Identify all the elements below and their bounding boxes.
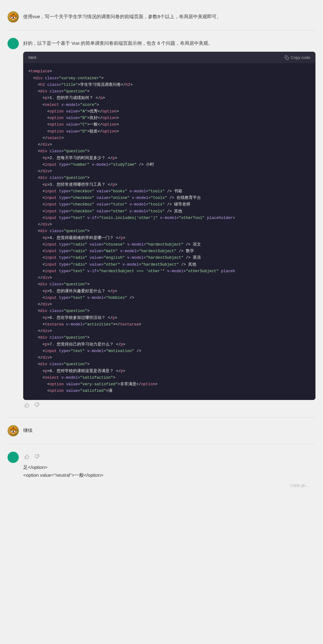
- assistant-actions-1: [23, 401, 315, 410]
- thumbs-down-button-1[interactable]: [33, 401, 41, 410]
- thumbs-down-icon: [34, 402, 39, 408]
- copy-icon: [285, 55, 289, 60]
- openai-logo-icon-2: [9, 454, 17, 461]
- assistant-message-2: 足</option> <option value="neutral">一般</o…: [0, 447, 323, 496]
- thumbs-up-icon: [24, 402, 29, 408]
- thumbs-up-button-2[interactable]: [23, 453, 31, 461]
- thumbs-down-icon-2: [34, 454, 39, 459]
- user-message-content-1: 使用vue，写一个关于学生学习情况的调查问卷的前端页面，参数8个以上，布局居中美…: [23, 11, 315, 21]
- chat-container: 🐯 使用vue，写一个关于学生学习情况的调查问卷的前端页面，参数8个以上，布局居…: [0, 0, 323, 644]
- assistant-message-1: 好的，以下是一个基于 Vue 的简单调查问卷前端页面示例，包含 8 个问题，布局…: [0, 33, 323, 415]
- svg-rect-0: [286, 57, 289, 60]
- assistant-continuation-text: 足</option> <option value="neutral">一般</o…: [23, 463, 315, 479]
- thumbs-up-icon-2: [24, 454, 29, 459]
- watermark: CSDN @L...: [17, 483, 309, 489]
- user-message-content-2: 继续: [23, 425, 315, 434]
- thumbs-down-button-2[interactable]: [33, 453, 41, 461]
- tiger-icon-2: 🐯: [8, 425, 19, 436]
- openai-logo-icon: [9, 40, 17, 47]
- assistant-message-content-1: 好的，以下是一个基于 Vue 的简单调查问卷前端页面示例，包含 8 个问题，布局…: [23, 38, 315, 410]
- code-block-1: html Copy code <template> <div class="su…: [23, 52, 315, 400]
- gpt-avatar-2: [8, 452, 19, 463]
- user-message-text-2: 继续: [23, 426, 315, 434]
- user-message-1: 🐯 使用vue，写一个关于学生学习情况的调查问卷的前端页面，参数8个以上，布局居…: [0, 6, 323, 28]
- separator-1: [8, 30, 315, 30]
- tiger-icon: 🐯: [8, 11, 19, 23]
- separator-2: [8, 417, 315, 418]
- code-lang-label: html: [28, 55, 36, 61]
- assistant-actions-2-top: [23, 453, 315, 461]
- assistant-message-content-2: 足</option> <option value="neutral">一般</o…: [23, 452, 315, 491]
- code-block-header-1: html Copy code: [23, 52, 315, 64]
- code-block-body-1: <template> <div class="survey-container"…: [23, 63, 315, 399]
- assistant-message-text-1: 好的，以下是一个基于 Vue 的简单调查问卷前端页面示例，包含 8 个问题，布局…: [23, 39, 315, 47]
- separator-3: [8, 444, 315, 444]
- thumbs-up-button-1[interactable]: [23, 401, 31, 410]
- user-avatar-2: 🐯: [8, 425, 19, 436]
- user-message-text-1: 使用vue，写一个关于学生学习情况的调查问卷的前端页面，参数8个以上，布局居中美…: [23, 13, 315, 21]
- copy-code-button-1[interactable]: Copy code: [285, 55, 310, 60]
- gpt-avatar-1: [8, 38, 19, 49]
- user-avatar-1: 🐯: [8, 11, 19, 23]
- user-message-2: 🐯 继续: [0, 420, 323, 441]
